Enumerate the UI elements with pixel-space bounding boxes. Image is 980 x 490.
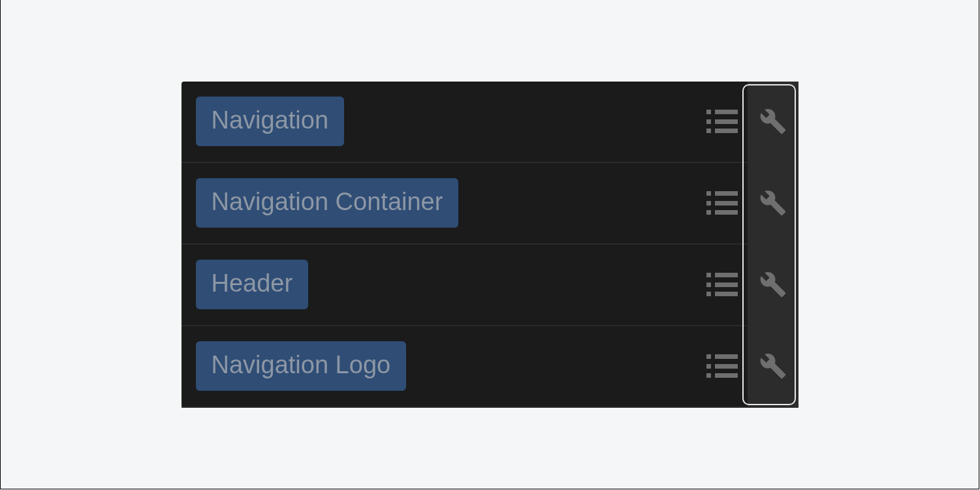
element-chip-header[interactable]: Header xyxy=(196,260,309,309)
list-icon xyxy=(706,354,738,378)
row-actions xyxy=(697,326,798,406)
element-chip-label: Navigation Logo xyxy=(212,351,391,378)
navigator-row[interactable]: Navigation Logo xyxy=(182,326,798,408)
navigator-panel: Navigation Navigation xyxy=(182,82,798,408)
wrench-icon xyxy=(759,271,787,298)
element-chip-navigation[interactable]: Navigation xyxy=(196,97,345,146)
list-icon xyxy=(706,110,738,133)
list-icon xyxy=(706,273,738,296)
settings-button[interactable] xyxy=(748,245,798,325)
app-frame: Navigation Navigation xyxy=(0,0,979,489)
list-view-button[interactable] xyxy=(697,163,748,243)
list-view-button[interactable] xyxy=(697,245,748,325)
list-icon xyxy=(706,191,738,215)
element-chip-navigation-container[interactable]: Navigation Container xyxy=(196,178,459,228)
navigator-row[interactable]: Navigation xyxy=(182,82,798,163)
list-view-button[interactable] xyxy=(697,82,748,162)
settings-button[interactable] xyxy=(748,82,798,162)
element-chip-label: Header xyxy=(212,269,293,297)
element-chip-navigation-logo[interactable]: Navigation Logo xyxy=(196,341,407,391)
element-chip-label: Navigation xyxy=(212,106,329,134)
row-actions xyxy=(697,163,798,243)
settings-button[interactable] xyxy=(748,326,798,406)
element-chip-label: Navigation Container xyxy=(212,188,443,215)
navigator-row[interactable]: Navigation Container xyxy=(182,163,798,245)
wrench-icon xyxy=(759,108,787,135)
row-actions xyxy=(697,245,798,325)
list-view-button[interactable] xyxy=(697,326,748,406)
row-actions xyxy=(697,82,798,162)
wrench-icon xyxy=(759,352,787,380)
settings-button[interactable] xyxy=(748,163,798,243)
navigator-row[interactable]: Header xyxy=(182,245,798,326)
wrench-icon xyxy=(759,189,787,217)
